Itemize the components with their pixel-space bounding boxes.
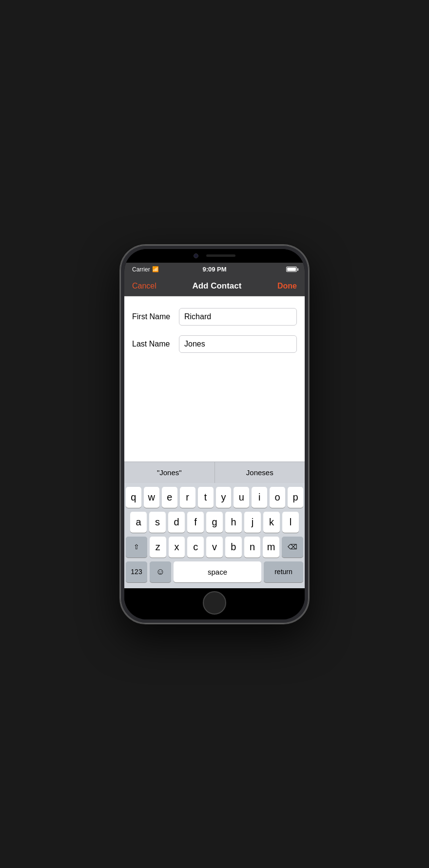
wifi-icon: 📶: [152, 266, 159, 272]
key-y[interactable]: y: [216, 487, 232, 508]
first-name-label: First Name: [132, 312, 179, 321]
keyboard-row-3: ⇧ z x c v b n m ⌫: [126, 537, 303, 558]
status-time: 9:09 PM: [202, 266, 226, 273]
cancel-button[interactable]: Cancel: [132, 282, 156, 290]
last-name-input[interactable]: [179, 335, 297, 353]
first-name-row: First Name: [132, 308, 297, 326]
key-k[interactable]: k: [263, 512, 280, 533]
key-o[interactable]: o: [270, 487, 285, 508]
home-button[interactable]: [203, 591, 226, 615]
key-x[interactable]: x: [169, 537, 185, 558]
key-a[interactable]: a: [130, 512, 147, 533]
autocomplete-bar: "Jones" Joneses: [124, 462, 305, 483]
carrier-label: Carrier: [132, 266, 150, 273]
key-g[interactable]: g: [206, 512, 223, 533]
phone-screen: Carrier 📶 9:09 PM Cancel Add Contact Don…: [124, 249, 305, 619]
form-area: First Name Last Name "Jones" Joneses q w: [124, 296, 305, 588]
return-key[interactable]: return: [264, 561, 303, 582]
status-left: Carrier 📶: [132, 266, 159, 273]
keyboard-row-1: q w e r t y u i o p: [126, 487, 303, 508]
home-bar-area: [124, 588, 305, 619]
space-key[interactable]: space: [174, 561, 261, 582]
key-l[interactable]: l: [282, 512, 299, 533]
autocomplete-item-2[interactable]: Joneses: [215, 462, 305, 483]
key-c[interactable]: c: [187, 537, 204, 558]
form-content: First Name Last Name: [124, 296, 305, 462]
key-s[interactable]: s: [149, 512, 166, 533]
emoji-key[interactable]: ☺: [150, 561, 171, 582]
key-e[interactable]: e: [162, 487, 177, 508]
key-n[interactable]: n: [244, 537, 261, 558]
key-j[interactable]: j: [244, 512, 261, 533]
key-i[interactable]: i: [252, 487, 267, 508]
done-button[interactable]: Done: [277, 282, 297, 290]
key-u[interactable]: u: [234, 487, 249, 508]
status-bar: Carrier 📶 9:09 PM: [124, 263, 305, 276]
status-right: [286, 267, 297, 272]
top-bezel: [124, 249, 305, 263]
shift-key[interactable]: ⇧: [126, 537, 147, 558]
speaker-bar: [206, 254, 235, 257]
key-z[interactable]: z: [150, 537, 166, 558]
camera-dot: [194, 253, 198, 258]
battery-fill: [287, 268, 296, 271]
key-p[interactable]: p: [288, 487, 303, 508]
keyboard-row-2: a s d f g h j k l: [126, 512, 303, 533]
phone-frame: Carrier 📶 9:09 PM Cancel Add Contact Don…: [119, 244, 310, 624]
key-t[interactable]: t: [198, 487, 214, 508]
keyboard-row-4: 123 ☺ space return: [126, 561, 303, 582]
key-f[interactable]: f: [187, 512, 204, 533]
key-v[interactable]: v: [206, 537, 223, 558]
key-d[interactable]: d: [168, 512, 185, 533]
key-b[interactable]: b: [225, 537, 242, 558]
first-name-input[interactable]: [179, 308, 297, 326]
key-r[interactable]: r: [180, 487, 195, 508]
keyboard: q w e r t y u i o p a s d f g: [124, 483, 305, 588]
numbers-key[interactable]: 123: [126, 561, 147, 582]
key-m[interactable]: m: [263, 537, 279, 558]
nav-bar: Cancel Add Contact Done: [124, 276, 305, 296]
key-q[interactable]: q: [126, 487, 141, 508]
delete-key[interactable]: ⌫: [282, 537, 303, 558]
last-name-label: Last Name: [132, 340, 179, 348]
page-title: Add Contact: [192, 281, 241, 291]
key-w[interactable]: w: [144, 487, 159, 508]
autocomplete-item-1[interactable]: "Jones": [124, 462, 215, 483]
battery-icon: [286, 267, 297, 272]
last-name-row: Last Name: [132, 335, 297, 353]
key-h[interactable]: h: [225, 512, 242, 533]
